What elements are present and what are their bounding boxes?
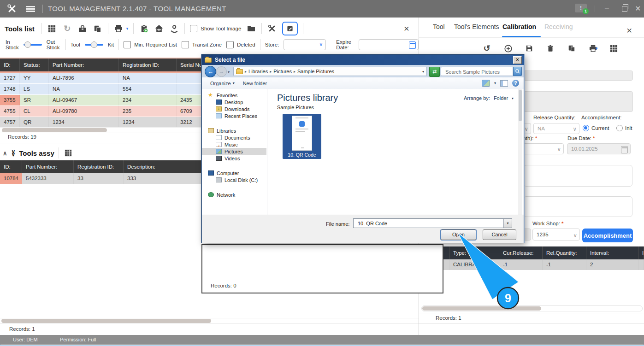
help-icon[interactable] — [512, 80, 519, 87]
cancel-button[interactable]: Cancel — [483, 229, 516, 240]
nav-item[interactable]: Music — [202, 141, 266, 148]
nav-item[interactable]: Local Disk (C:) — [202, 176, 266, 183]
tab[interactable]: Tool's Elements — [454, 23, 499, 30]
work-shop-select[interactable]: 1235 — [532, 229, 580, 240]
column-header-rel-quantity[interactable]: Rel.Quantity: — [543, 246, 586, 259]
column-header-reg[interactable]: Registration ID: — [74, 160, 124, 173]
nav-item[interactable]: Pictures — [202, 148, 266, 155]
column-header-cur-release[interactable]: Cur.Release: — [499, 246, 543, 259]
print-dropdown-icon[interactable] — [596, 46, 598, 51]
forward-button[interactable] — [216, 66, 227, 77]
breadcrumb-item[interactable]: Pictures — [269, 69, 292, 74]
nav-item[interactable]: Downloads — [202, 106, 266, 112]
notes-textarea-2[interactable] — [524, 196, 632, 217]
file-name-dropdown-icon[interactable] — [503, 219, 512, 228]
show-tool-image-checkbox[interactable]: Show Tool Image — [190, 25, 241, 32]
edit-tool-button-active[interactable] — [282, 22, 298, 35]
search-box[interactable] — [441, 67, 513, 76]
tool-kit-toggle[interactable] — [85, 41, 103, 48]
undo-icon[interactable] — [482, 43, 492, 53]
deleted-checkbox[interactable]: Deleted — [226, 41, 255, 48]
export-grid-icon[interactable] — [609, 43, 619, 53]
transit-zone-checkbox[interactable]: Transit Zone — [182, 41, 222, 48]
scrollbar-thumb[interactable] — [422, 306, 541, 311]
minimize-button[interactable] — [605, 4, 609, 12]
add-icon[interactable] — [503, 43, 513, 53]
arrange-by[interactable]: Arrange by: Folder — [464, 95, 514, 101]
tab[interactable]: Tool — [433, 23, 445, 30]
accomplishment-button[interactable]: Accomplishment — [582, 229, 633, 242]
nav-item[interactable]: Recent Places — [202, 112, 266, 119]
radio-init[interactable]: Init — [616, 125, 632, 131]
column-header-reg[interactable]: Registration ID: — [119, 59, 177, 71]
breadcrumb-item[interactable]: Sample Pictures — [293, 69, 334, 74]
search-icon[interactable] — [513, 67, 522, 76]
clipboard-add-icon[interactable] — [139, 23, 149, 34]
print-icon[interactable] — [113, 23, 124, 34]
tab[interactable]: Receiving — [544, 23, 573, 30]
column-header-interval[interactable]: Interval: — [586, 246, 638, 259]
toolbox-icon[interactable] — [77, 23, 88, 34]
nav-item[interactable]: Network — [202, 191, 266, 198]
save-icon[interactable] — [524, 43, 534, 53]
nav-item[interactable]: Desktop — [202, 99, 266, 106]
close-filter-icon[interactable] — [404, 23, 409, 34]
home-transfer-icon[interactable] — [154, 23, 164, 34]
expand-all-icon[interactable]: ∨∨ — [12, 150, 15, 156]
menu-icon[interactable] — [26, 6, 35, 7]
organize-menu[interactable]: Organize — [210, 81, 235, 86]
views-icon[interactable] — [482, 80, 490, 87]
close-button[interactable] — [635, 4, 641, 13]
nav-item[interactable]: Computer — [202, 170, 266, 176]
tab[interactable]: Calibration — [502, 23, 536, 30]
refresh-button[interactable] — [429, 67, 440, 77]
column-header-part[interactable]: Part Number: — [49, 59, 119, 71]
dialog-close-button[interactable] — [513, 56, 522, 64]
restore-button[interactable] — [622, 6, 627, 12]
search-input[interactable] — [444, 69, 511, 75]
column-header-part[interactable]: Part Number: — [22, 160, 74, 173]
copy-pages-icon[interactable] — [567, 43, 577, 53]
address-dropdown-icon[interactable] — [422, 70, 424, 74]
file-name-combo[interactable] — [353, 218, 512, 228]
breadcrumb-item[interactable]: Libraries — [244, 69, 268, 74]
min-required-checkbox[interactable]: Min. Required List — [124, 41, 177, 48]
radio-current[interactable]: Current — [583, 125, 609, 131]
nav-item[interactable]: Videos — [202, 155, 266, 162]
export-grid-icon[interactable] — [47, 23, 57, 34]
nav-item[interactable]: Libraries — [202, 127, 266, 134]
copy-pages-icon[interactable] — [93, 23, 103, 34]
views-dropdown-icon[interactable] — [494, 81, 496, 85]
new-folder-button[interactable]: New folder — [243, 81, 267, 86]
column-header-id[interactable]: ID: — [0, 160, 22, 173]
file-tile-selected[interactable]: 10. QR Code — [283, 114, 321, 159]
store-select[interactable] — [284, 39, 326, 50]
stock-toggle[interactable] — [24, 41, 42, 48]
service-tools-icon[interactable] — [267, 23, 277, 34]
column-header-id[interactable]: ID: — [0, 59, 20, 71]
file-name-input[interactable] — [357, 220, 497, 227]
delete-icon[interactable] — [545, 43, 555, 53]
scrollbar-thumb[interactable] — [2, 128, 107, 132]
column-header-interval-type[interactable]: In — [638, 246, 644, 259]
expire-date-input[interactable] — [359, 39, 419, 50]
back-button[interactable] — [205, 66, 216, 77]
print-dropdown-icon[interactable] — [126, 26, 129, 31]
column-header-type[interactable]: Type: — [449, 246, 499, 259]
notes-textarea-1[interactable] — [524, 165, 632, 187]
nav-item[interactable]: Favorites — [202, 92, 266, 99]
history-dropdown-icon[interactable] — [228, 70, 230, 74]
export-grid-icon[interactable] — [63, 148, 73, 158]
hand-gear-icon[interactable] — [169, 23, 179, 34]
folder-icon[interactable] — [246, 23, 256, 34]
scrollbar-thumb[interactable] — [519, 90, 522, 121]
release-quantity-select[interactable]: NA — [533, 123, 579, 134]
due-date-input[interactable]: 10.01.2025 — [567, 143, 631, 154]
column-header-status[interactable]: Status: — [20, 59, 49, 71]
nav-item[interactable]: Documents — [202, 134, 266, 141]
preview-pane-icon[interactable] — [500, 80, 508, 87]
collapse-icon[interactable] — [3, 150, 7, 157]
close-detail-icon[interactable] — [626, 25, 632, 36]
refresh-icon[interactable] — [62, 23, 72, 34]
scrollbar-thumb[interactable] — [1, 319, 211, 323]
